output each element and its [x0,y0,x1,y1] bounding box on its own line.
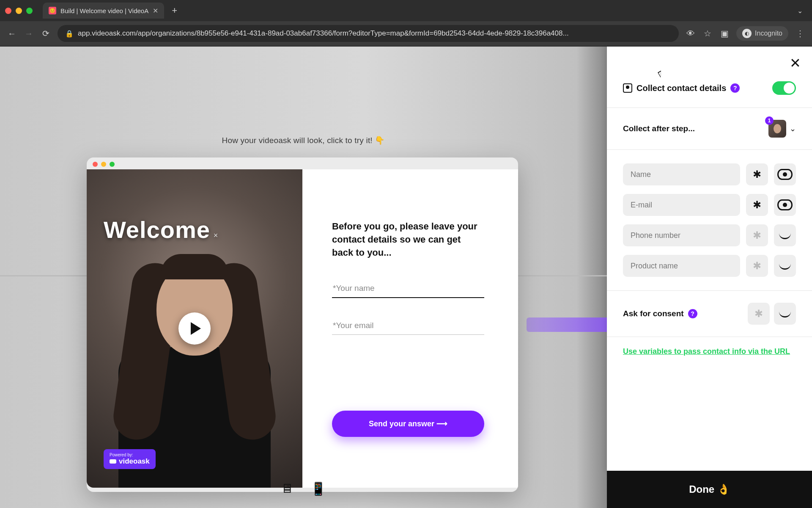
form-prompt: Before you go, please leave your contact… [332,220,484,259]
settings-sidebar: ✕ Collect contact details ? Collect afte… [607,47,812,471]
field-row-phone: ✱ [623,220,796,251]
field-email-input[interactable] [623,194,740,216]
field-name-input[interactable] [623,163,740,185]
fields-group: ✱ ✱ ✱ ✱ [623,150,796,290]
panel-icon[interactable]: ▣ [719,28,730,39]
field-product-input[interactable] [623,255,740,277]
window-zoom-icon[interactable] [26,8,33,14]
node-connector-strip [527,318,607,332]
preview-titlebar [87,157,518,167]
tab-title: Build | Welcome video | VideoA [60,7,148,14]
field-phone-input[interactable] [623,224,740,246]
step-number-badge: 1 [765,116,774,125]
overlay-title-text: Welcome [104,216,210,243]
videoask-preview-window: Welcome × Powered by: videoask Before yo… [87,157,518,492]
required-toggle-name[interactable]: ✱ [746,163,768,185]
consent-required-toggle[interactable]: ✱ [748,303,770,325]
device-switcher: 🖥 📱 [0,481,607,496]
send-answer-button[interactable]: Send your answer ⟶ [332,411,484,437]
powered-by-badge[interactable]: Powered by: videoask [104,449,156,469]
bookmark-icon[interactable]: ☆ [702,28,713,39]
field-row-product: ✱ [623,251,796,281]
required-toggle-phone[interactable]: ✱ [746,224,768,246]
required-toggle-product[interactable]: ✱ [746,255,768,277]
contact-card-icon [623,83,632,93]
field-row-name: ✱ [623,159,796,190]
toolbar-right: 👁 ☆ ▣ ◐ Incognito ⋮ [686,26,805,41]
consent-help-icon[interactable]: ? [688,309,697,318]
your-email-input[interactable] [332,317,484,335]
preview-dot-red-icon [93,162,98,167]
browser-tab-active[interactable]: 😊 Build | Welcome video | VideoA ✕ [43,3,164,19]
play-button[interactable] [178,312,211,345]
close-sidebar-button[interactable]: ✕ [790,55,801,71]
videoask-logo-icon [110,459,116,464]
preview-dot-yellow-icon [101,162,106,167]
preview-body: Welcome × Powered by: videoask Before yo… [87,169,518,488]
browser-chrome: 😊 Build | Welcome video | VideoA ✕ + ⌄ ←… [0,0,812,47]
url-bar[interactable]: 🔒 app.videoask.com/app/organizations/8b9… [58,25,679,42]
collect-after-row: Collect after step... 1 ⌄ [623,108,796,149]
kebab-menu-icon[interactable]: ⋮ [795,28,805,39]
tab-bar: 😊 Build | Welcome video | VideoA ✕ + ⌄ [0,0,812,21]
window-close-icon[interactable] [5,8,11,14]
step-thumb-face-icon [774,124,781,133]
reload-button[interactable]: ⟳ [41,28,51,39]
contact-form-pane: Before you go, please leave your contact… [302,169,518,488]
sidebar-title: Collect contact details [636,83,726,93]
video-pane[interactable]: Welcome × Powered by: videoask [87,169,302,488]
eye-off-icon[interactable]: 👁 [686,29,696,39]
visibility-toggle-product[interactable] [774,255,796,277]
overlay-title: Welcome × [104,216,218,243]
help-icon[interactable]: ? [730,83,740,93]
visibility-toggle-phone[interactable] [774,224,796,246]
consent-visibility-toggle[interactable] [774,303,796,325]
collect-after-label: Collect after step... [623,124,695,133]
profile-label: Incognito [755,30,782,37]
step-thumbnail[interactable]: 1 [768,120,786,138]
collect-details-toggle[interactable] [772,81,796,95]
consent-row: Ask for consent ? ✱ [623,291,796,337]
mobile-preview-icon[interactable]: 📱 [310,481,326,496]
window-minimize-icon[interactable] [16,8,22,14]
new-tab-button[interactable]: + [168,5,181,16]
your-name-input[interactable] [332,279,484,298]
back-button[interactable]: ← [7,29,17,39]
required-toggle-email[interactable]: ✱ [746,194,768,216]
done-button[interactable]: Done 👌 [607,471,812,508]
window-traffic-lights[interactable] [5,8,33,14]
variables-link[interactable]: Use variables to pass contact info via t… [623,337,796,366]
powered-by-label: Powered by: [110,453,150,457]
desktop-preview-icon[interactable]: 🖥 [281,481,294,496]
visibility-toggle-email[interactable] [774,194,796,216]
step-chevron-down-icon[interactable]: ⌄ [790,124,796,133]
editor-canvas: How your videoask will look, click to tr… [0,47,607,508]
favicon-icon: 😊 [49,7,56,14]
sidebar-title-row: Collect contact details ? [623,47,796,108]
done-label: Done 👌 [689,483,730,495]
overlay-title-x-icon: × [214,231,219,240]
powered-by-brand: videoask [110,457,150,466]
field-row-email: ✱ [623,190,796,220]
tab-close-icon[interactable]: ✕ [153,7,158,15]
nav-bar: ← → ⟳ 🔒 app.videoask.com/app/organizatio… [0,21,812,46]
forward-button[interactable]: → [24,29,34,39]
preview-dot-green-icon [110,162,115,167]
tabs-overflow-icon[interactable]: ⌄ [797,7,807,15]
consent-label: Ask for consent [623,309,684,318]
preview-hint: How your videoask will look, click to tr… [0,135,607,145]
lock-icon: 🔒 [65,30,74,38]
incognito-icon: ◐ [742,29,752,38]
url-text: app.videoask.com/app/organizations/8b955… [78,29,569,38]
visibility-toggle-name[interactable] [774,163,796,185]
profile-chip[interactable]: ◐ Incognito [736,26,788,41]
